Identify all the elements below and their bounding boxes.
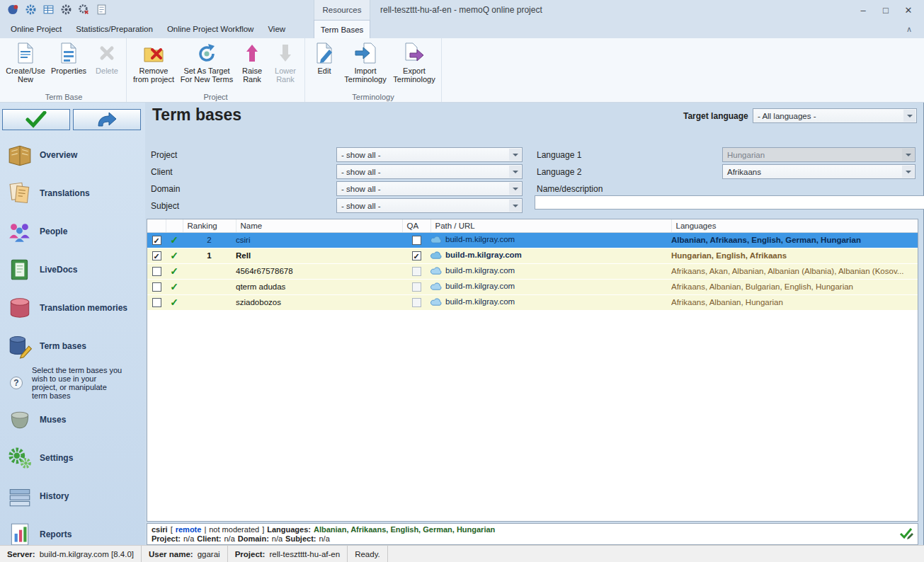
sidebar-item-translations[interactable]: Translations xyxy=(0,174,145,212)
name-cell: Rell xyxy=(236,248,402,263)
user-value: ggarai xyxy=(198,550,220,558)
table-row[interactable]: ✓ ✓ 2 csiri ✓ build-m.kilgray.com Albani… xyxy=(147,232,918,248)
ranking-cell xyxy=(183,279,236,294)
table-row[interactable]: ✓ ✓ qterm adudas ✓ build-m.kilgray.com A… xyxy=(147,279,918,294)
cloud-icon xyxy=(430,282,443,292)
lower-rank-button: Lower Rank xyxy=(270,40,301,92)
sidebar-item-history[interactable]: History xyxy=(0,477,145,515)
server-settings-icon[interactable] xyxy=(25,4,37,16)
qa-checkbox[interactable]: ✓ xyxy=(412,267,421,276)
memoq-logo-icon[interactable] xyxy=(7,4,19,16)
table-row[interactable]: ✓ ✓ sziadobozos ✓ build-m.kilgray.com Af… xyxy=(147,294,918,310)
document-icon[interactable] xyxy=(96,4,108,16)
server-label: Server: xyxy=(7,550,35,558)
dropdown-value: - All languages - xyxy=(758,112,816,120)
options-gear-icon[interactable] xyxy=(60,4,72,16)
export-terminology-button[interactable]: Export Terminology xyxy=(391,40,438,92)
col-qa[interactable]: QA xyxy=(402,219,430,232)
include-checkbox[interactable]: ✓ xyxy=(152,251,161,260)
dropdown-value: - show all - xyxy=(341,168,381,176)
ok-check-icon: ✓ xyxy=(170,297,178,308)
export-terminology-icon xyxy=(403,42,426,64)
ribbon-tab-bar: Online Project Statistics/Preparation On… xyxy=(0,20,924,38)
qa-checkbox[interactable]: ✓ xyxy=(412,251,421,260)
edit-button[interactable]: Edit xyxy=(309,40,340,92)
sidebar-item-translation-memories[interactable]: Translation memories xyxy=(0,289,145,327)
sidebar-item-livedocs[interactable]: LiveDocs xyxy=(0,251,145,289)
button-label: Export Terminology xyxy=(391,67,438,84)
main-pane: Term bases Target language - All languag… xyxy=(145,103,924,545)
client-filter-dropdown[interactable]: - show all - xyxy=(336,164,523,179)
import-terminology-button[interactable]: Import Terminology xyxy=(342,40,389,92)
include-checkbox[interactable]: ✓ xyxy=(152,267,161,276)
people-icon xyxy=(7,219,33,244)
col-include[interactable] xyxy=(147,219,166,232)
qa-checkbox[interactable]: ✓ xyxy=(412,236,421,245)
table-row[interactable]: ✓ ✓ 4564r67578678 ✓ build-m.kilgray.com … xyxy=(147,263,918,279)
col-name[interactable]: Name xyxy=(236,219,402,232)
info-client-value: n/a xyxy=(224,534,235,544)
server-value: build-m.kilgray.com [8.4.0] xyxy=(40,550,134,558)
subject-filter-dropdown[interactable]: - show all - xyxy=(336,198,523,213)
language2-dropdown[interactable]: Afrikaans xyxy=(722,164,916,179)
create-use-new-button[interactable]: Create/Use New xyxy=(5,40,46,92)
sidebar-item-people[interactable]: People xyxy=(0,212,145,251)
col-ranking[interactable]: Ranking xyxy=(183,219,236,232)
cloud-icon xyxy=(430,251,443,260)
include-checkbox[interactable]: ✓ xyxy=(152,298,161,307)
col-path[interactable]: Path / URL xyxy=(430,219,671,232)
tab-online-project-workflow[interactable]: Online Project Workflow xyxy=(162,20,259,38)
target-language-dropdown[interactable]: - All languages - xyxy=(753,108,917,123)
info-project-value: n/a xyxy=(183,534,194,544)
col-languages[interactable]: Languages xyxy=(671,219,918,232)
sidebar-item-label: Settings xyxy=(40,453,73,463)
livedocs-icon xyxy=(7,257,33,282)
admin-gear-icon[interactable] xyxy=(78,4,90,16)
subject-filter-label: Subject xyxy=(151,201,179,211)
create-use-new-icon xyxy=(14,42,37,64)
set-as-target-button[interactable]: Set As Target For New Terms xyxy=(179,40,234,92)
sidebar-item-term-bases[interactable]: Term bases xyxy=(0,327,145,365)
table-row[interactable]: ✓ ✓ 1 Rell ✓ build-m.kilgray.com Hungari… xyxy=(147,248,918,263)
sidebar-item-settings[interactable]: Settings xyxy=(0,439,145,477)
translations-icon xyxy=(7,180,33,206)
qa-checkbox[interactable]: ✓ xyxy=(412,298,421,307)
status-project: Project: rell-tesztttt-hu-af-en xyxy=(228,546,348,562)
raise-rank-button[interactable]: Raise Rank xyxy=(236,40,268,92)
col-status[interactable] xyxy=(166,219,183,232)
chevron-down-icon xyxy=(902,149,914,161)
remove-from-project-button[interactable]: Remove from project xyxy=(130,40,177,92)
info-domain-label: Domain: xyxy=(238,534,269,544)
qa-checkbox[interactable]: ✓ xyxy=(412,282,421,292)
moderation-edit-icon xyxy=(899,526,913,540)
tab-statistics-preparation[interactable]: Statistics/Preparation xyxy=(71,20,158,38)
tab-term-bases[interactable]: Term Bases xyxy=(314,20,370,38)
sidebar-item-overview[interactable]: Overview xyxy=(0,136,145,174)
project-list-icon[interactable] xyxy=(42,4,55,16)
sidebar-item-muses[interactable]: Muses xyxy=(0,401,145,439)
maximize-button[interactable]: □ xyxy=(874,0,897,20)
tab-view[interactable]: View xyxy=(263,20,290,38)
domain-filter-dropdown[interactable]: - show all - xyxy=(336,181,523,196)
include-checkbox[interactable]: ✓ xyxy=(152,236,161,245)
table-header-row: Ranking Name QA Path / URL Languages xyxy=(147,219,918,232)
chevron-down-icon xyxy=(903,110,916,122)
dropdown-value: Hungarian xyxy=(727,151,765,159)
sidebar-item-reports[interactable]: Reports xyxy=(0,515,145,545)
button-label: Delete xyxy=(96,67,118,75)
delete-button: Delete xyxy=(91,40,122,92)
name-description-input[interactable] xyxy=(535,195,924,210)
project-filter-dropdown[interactable]: - show all - xyxy=(336,147,523,162)
collapse-ribbon-icon[interactable]: ∧ xyxy=(903,23,916,35)
include-checkbox[interactable]: ✓ xyxy=(152,282,161,292)
confirm-button[interactable] xyxy=(2,109,70,130)
properties-button[interactable]: Properties xyxy=(48,40,89,92)
ranking-cell xyxy=(183,263,236,279)
tab-online-project[interactable]: Online Project xyxy=(6,20,67,38)
minimize-button[interactable]: – xyxy=(852,0,874,20)
ribbon-group-project: Remove from project Set As Target For Ne… xyxy=(127,38,305,102)
close-button[interactable]: ✕ xyxy=(897,0,920,20)
sidebar: Overview Translations People LiveDocs Tr xyxy=(0,103,145,545)
group-caption-term-base: Term Base xyxy=(5,92,122,103)
go-arrow-button[interactable] xyxy=(73,109,141,130)
